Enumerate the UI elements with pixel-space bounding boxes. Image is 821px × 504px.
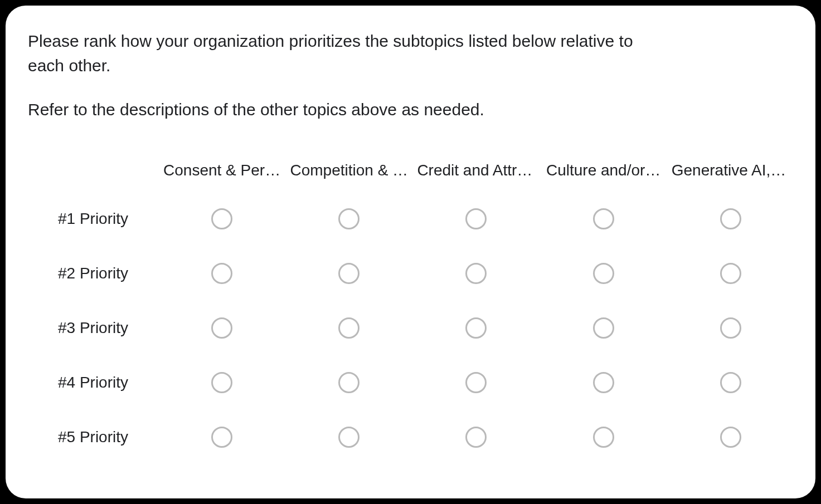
radio-option[interactable] bbox=[338, 372, 360, 393]
radio-option[interactable] bbox=[211, 263, 232, 284]
row-label: #2 Priority bbox=[28, 246, 158, 301]
row-label: #4 Priority bbox=[28, 355, 158, 410]
grid-row: #4 Priority bbox=[28, 355, 794, 410]
radio-option[interactable] bbox=[465, 427, 487, 448]
column-header: Competition & … bbox=[285, 149, 412, 192]
grid-row: #5 Priority bbox=[28, 410, 794, 464]
column-header: Consent & Per… bbox=[158, 149, 285, 192]
radio-option[interactable] bbox=[211, 372, 232, 393]
radio-option[interactable] bbox=[338, 317, 360, 339]
radio-option[interactable] bbox=[338, 427, 360, 448]
radio-option[interactable] bbox=[593, 372, 614, 393]
grid-row: #3 Priority bbox=[28, 301, 794, 355]
column-header: Credit and Attri… bbox=[412, 149, 540, 192]
radio-option[interactable] bbox=[338, 263, 360, 284]
priority-grid: Consent & Per… Competition & … Credit an… bbox=[28, 149, 794, 464]
radio-option[interactable] bbox=[593, 427, 614, 448]
row-label: #5 Priority bbox=[28, 410, 158, 464]
radio-option[interactable] bbox=[720, 372, 741, 393]
grid-row: #2 Priority bbox=[28, 246, 794, 301]
question-line-1: Please rank how your organization priori… bbox=[28, 29, 641, 77]
column-header: Culture and/or… bbox=[540, 149, 667, 192]
radio-option[interactable] bbox=[593, 263, 614, 284]
question-card: Please rank how your organization priori… bbox=[6, 6, 815, 498]
radio-option[interactable] bbox=[465, 208, 487, 229]
radio-option[interactable] bbox=[465, 317, 487, 339]
grid-header-row: Consent & Per… Competition & … Credit an… bbox=[28, 149, 794, 192]
radio-option[interactable] bbox=[465, 263, 487, 284]
radio-option[interactable] bbox=[593, 208, 614, 229]
radio-option[interactable] bbox=[338, 208, 360, 229]
radio-option[interactable] bbox=[720, 427, 741, 448]
row-label: #1 Priority bbox=[28, 192, 158, 246]
radio-option[interactable] bbox=[593, 317, 614, 339]
radio-option[interactable] bbox=[211, 208, 232, 229]
radio-option[interactable] bbox=[211, 317, 232, 339]
radio-option[interactable] bbox=[211, 427, 232, 448]
grid-corner-cell bbox=[28, 149, 158, 192]
question-line-2: Refer to the descriptions of the other t… bbox=[28, 97, 641, 122]
question-text: Please rank how your organization priori… bbox=[28, 29, 641, 122]
grid-row: #1 Priority bbox=[28, 192, 794, 246]
radio-option[interactable] bbox=[720, 263, 741, 284]
radio-option[interactable] bbox=[465, 372, 487, 393]
radio-option[interactable] bbox=[720, 208, 741, 229]
radio-option[interactable] bbox=[720, 317, 741, 339]
row-label: #3 Priority bbox=[28, 301, 158, 355]
column-header: Generative AI, … bbox=[667, 149, 794, 192]
